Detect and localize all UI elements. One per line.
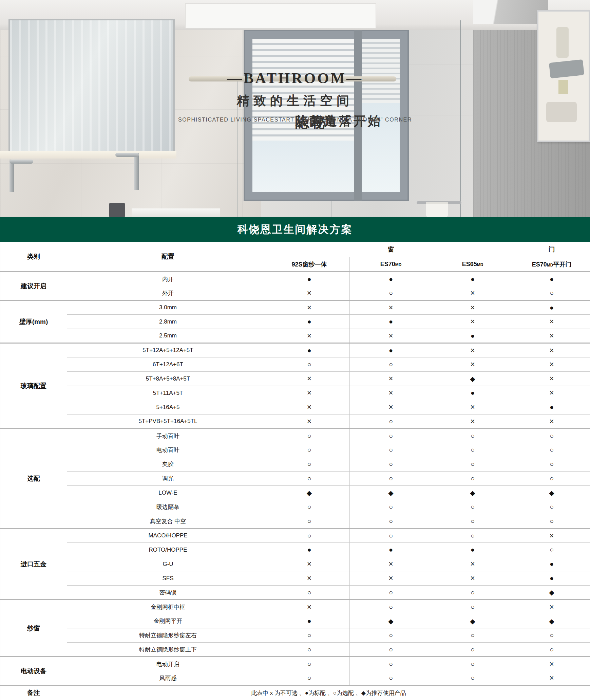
cross-icon: ×	[432, 357, 513, 372]
cross-icon: ×	[269, 600, 350, 614]
open-circle-icon: ○	[269, 472, 350, 486]
cross-icon: ×	[513, 329, 590, 343]
header-product-1: ES70MD	[350, 257, 432, 272]
diamond-icon: ◆	[432, 614, 513, 628]
table-row: G-U×××●	[0, 557, 590, 571]
config-cell: 2.5mm	[67, 329, 269, 343]
hero-title: —BATHROOM—	[0, 70, 590, 87]
open-circle-icon: ○	[432, 529, 513, 543]
product-name: ES65	[462, 261, 477, 268]
table-row: 壁厚(mm)3.0mm×××●	[0, 300, 590, 315]
filled-circle-icon: ●	[269, 272, 350, 286]
open-circle-icon: ○	[350, 500, 432, 514]
open-circle-icon: ○	[432, 657, 513, 671]
table-row: 电动设备电动开启○○○×	[0, 657, 590, 671]
config-cell: MACO/HOPPE	[67, 529, 269, 543]
open-circle-icon: ○	[350, 671, 432, 685]
product-tail: 平开门	[553, 261, 571, 268]
config-cell: 特耐立德隐形纱窗上下	[67, 643, 269, 657]
config-cell: 6T+12A+6T	[67, 357, 269, 372]
category-cell: 玻璃配置	[0, 343, 67, 429]
note-category-cell: 备注	[0, 685, 67, 700]
cross-icon: ×	[432, 400, 513, 415]
cross-icon: ×	[269, 557, 350, 571]
table-row: 6T+12A+6T○○××	[0, 357, 590, 372]
hero-subtitle-cn: 精致的生活空间	[0, 92, 590, 109]
open-circle-icon: ○	[350, 415, 432, 429]
filled-circle-icon: ●	[432, 386, 513, 400]
config-cell: 调光	[67, 472, 269, 486]
table-row: 玻璃配置5T+12A+5+12A+5T●●××	[0, 343, 590, 357]
filled-circle-icon: ●	[350, 343, 432, 357]
cross-icon: ×	[513, 529, 590, 543]
open-circle-icon: ○	[350, 457, 432, 472]
table-row: 金刚网平开●◆◆◆	[0, 614, 590, 628]
cross-icon: ×	[269, 571, 350, 586]
open-circle-icon: ○	[350, 514, 432, 529]
table-row: 夹胶○○○○	[0, 457, 590, 472]
cross-icon: ×	[513, 671, 590, 685]
open-circle-icon: ○	[513, 500, 590, 514]
filled-circle-icon: ●	[269, 315, 350, 329]
config-cell: 真空复合 中空	[67, 514, 269, 529]
open-circle-icon: ○	[269, 514, 350, 529]
open-circle-icon: ○	[432, 514, 513, 529]
config-cell: 5T+PVB+5T+16A+5TL	[67, 415, 269, 429]
header-door-group: 门	[513, 242, 590, 257]
header-product-2: ES65MD	[432, 257, 513, 272]
open-circle-icon: ○	[269, 671, 350, 685]
header-product-3: ES70MD平开门	[513, 257, 590, 272]
solution-banner: 科饶恩卫生间解决方案	[0, 217, 590, 242]
open-circle-icon: ○	[350, 643, 432, 657]
filled-circle-icon: ●	[432, 272, 513, 286]
category-cell: 壁厚(mm)	[0, 300, 67, 343]
open-circle-icon: ○	[350, 657, 432, 671]
table-row: 5+16A+5×××●	[0, 400, 590, 415]
cross-icon: ×	[350, 571, 432, 586]
banner-title: 科饶恩卫生间解决方案	[237, 222, 353, 237]
config-cell: 特耐立德隐形纱窗左右	[67, 628, 269, 643]
open-circle-icon: ○	[432, 457, 513, 472]
cross-icon: ×	[350, 372, 432, 386]
table-row: 外开×○×○	[0, 286, 590, 300]
config-cell: 金刚网平开	[67, 614, 269, 628]
cross-icon: ×	[350, 300, 432, 315]
cross-icon: ×	[432, 286, 513, 300]
open-circle-icon: ○	[269, 429, 350, 443]
open-circle-icon: ○	[350, 529, 432, 543]
open-circle-icon: ○	[269, 443, 350, 457]
cross-icon: ×	[269, 386, 350, 400]
config-cell: 内开	[67, 272, 269, 286]
cross-icon: ×	[513, 386, 590, 400]
filled-circle-icon: ●	[513, 300, 590, 315]
filled-circle-icon: ●	[350, 543, 432, 557]
open-circle-icon: ○	[432, 443, 513, 457]
product-name: 92S窗纱一体	[291, 261, 327, 268]
open-circle-icon: ○	[513, 472, 590, 486]
table-row: 进口五金MACO/HOPPE○○○×	[0, 529, 590, 543]
diamond-icon: ◆	[432, 372, 513, 386]
open-circle-icon: ○	[513, 443, 590, 457]
cross-icon: ×	[269, 372, 350, 386]
open-circle-icon: ○	[513, 286, 590, 300]
header-window-group: 窗	[269, 242, 513, 257]
config-cell: 电动开启	[67, 657, 269, 671]
filled-circle-icon: ●	[432, 329, 513, 343]
table-row: 5T+11A+5T××●×	[0, 386, 590, 400]
open-circle-icon: ○	[513, 643, 590, 657]
config-cell: 2.8mm	[67, 315, 269, 329]
cross-icon: ×	[269, 415, 350, 429]
product-suffix: MD	[477, 262, 483, 267]
cross-icon: ×	[269, 286, 350, 300]
filled-circle-icon: ●	[513, 557, 590, 571]
header-category: 类别	[0, 242, 67, 272]
open-circle-icon: ○	[513, 543, 590, 557]
open-circle-icon: ○	[432, 472, 513, 486]
config-cell: 5T+8A+5+8A+5T	[67, 372, 269, 386]
hero-text-block: —BATHROOM— 精致的生活空间 从营造「隐秘」的角落开始 SOPHISTI…	[0, 0, 590, 217]
config-cell: 电动百叶	[67, 443, 269, 457]
config-cell: 夹胶	[67, 457, 269, 472]
table-row: 特耐立德隐形纱窗上下○○○○	[0, 643, 590, 657]
filled-circle-icon: ●	[513, 272, 590, 286]
open-circle-icon: ○	[269, 529, 350, 543]
